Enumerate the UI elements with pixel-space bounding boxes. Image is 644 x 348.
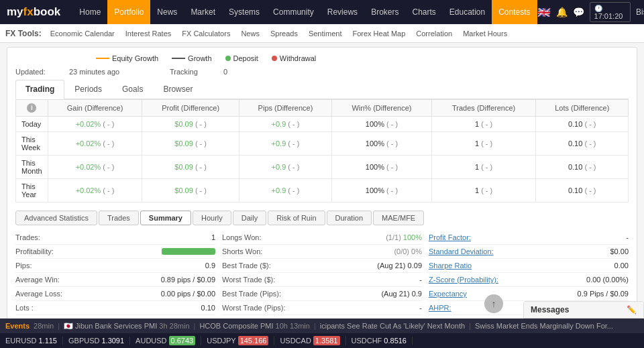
stat-label-worst-trade-pips: Worst Trade (Pips): <box>222 304 286 312</box>
ticker-item-usdchf[interactable]: USDCHF 0.8516 <box>346 337 413 345</box>
fx-link-sentiment[interactable]: Sentiment <box>304 30 347 38</box>
ticker-item-usdcad[interactable]: USDCAD 1.3581 <box>274 336 345 345</box>
stat-value-best-trade-pips: (Aug 21) 0.9 <box>381 290 422 298</box>
nav-item-education[interactable]: Education <box>443 0 492 24</box>
stat-label-std-deviation[interactable]: Standard Deviation: <box>429 247 494 255</box>
stat-row-worst-trade-pips: Worst Trade (Pips): - <box>222 301 422 315</box>
nav-item-home[interactable]: Home <box>72 0 107 24</box>
news-item-rate-cut: icipants See Rate Cut As 'Likely' Next M… <box>320 322 465 330</box>
fx-link-interest-rates[interactable]: Interest Rates <box>121 30 176 38</box>
table-row: This Week +0.02% ( - ) $0.09 ( - ) +0.9 … <box>16 132 629 156</box>
nav-item-community[interactable]: Community <box>266 0 321 24</box>
ticker-symbol-usdchf: USDCHF <box>352 337 382 345</box>
nav-item-brokers[interactable]: Brokers <box>364 0 405 24</box>
stat-value-pips: 0.9 <box>205 262 215 270</box>
tab-trading[interactable]: Trading <box>15 80 64 99</box>
stat-label-worst-trade-dollar: Worst Trade ($): <box>222 276 275 284</box>
ticker-bar: EURUSD 1.115 GBPUSD 1.3091 AUDUSD 0.6743… <box>0 333 644 348</box>
stat-value-expectancy: 0.9 Pips / $0.09 <box>578 290 629 298</box>
adv-tab-advanced-statistics[interactable]: Advanced Statistics <box>15 211 97 225</box>
stat-row-profit-factor: Profit Factor: - <box>429 231 629 245</box>
stat-value-zscore: 0.00 (0.00%) <box>586 276 629 284</box>
stat-value-avg-loss: 0.00 pips / $0.00 <box>161 290 215 298</box>
stat-row-avg-win: Average Win: 0.89 pips / $0.09 <box>15 273 215 287</box>
scroll-up-button[interactable]: ↑ <box>484 294 503 313</box>
logo[interactable]: myfxbook <box>7 5 60 19</box>
adv-tab-mae-mfe[interactable]: MAE/MFE <box>373 211 424 225</box>
main-card: Equity Growth Growth Deposit Withdrawal … <box>7 47 637 335</box>
stat-label-lots: Lots : <box>15 304 34 312</box>
tab-goals[interactable]: Goals <box>112 80 153 99</box>
stat-value-trades: 1 <box>211 233 215 241</box>
stat-value-profit-factor: - <box>626 233 629 241</box>
nav-item-reviews[interactable]: Reviews <box>321 0 364 24</box>
stat-row-std-deviation: Standard Deviation: $0.00 <box>429 245 629 259</box>
col-header-win: Win% (Difference) <box>332 100 432 117</box>
tab-periods[interactable]: Periods <box>64 80 112 99</box>
adv-tab-summary[interactable]: Summary <box>140 211 191 225</box>
tab-browser[interactable]: Browser <box>153 80 203 99</box>
stat-label-zscore[interactable]: Z-Score (Probability): <box>429 276 498 284</box>
table-row: This Year +0.02% ( - ) $0.09 ( - ) +0.9 … <box>16 179 629 202</box>
stat-label-expectancy[interactable]: Expectancy <box>429 290 467 298</box>
pencil-icon[interactable]: ✏️ <box>627 305 637 314</box>
stat-value-sharpe: 0.00 <box>614 262 629 270</box>
fx-link-fx-calculators[interactable]: FX Calculators <box>177 30 235 38</box>
news-item-hcob: HCOB Composite PMI 10h 13min <box>199 322 309 330</box>
nav-bell-icon[interactable]: 🔔 <box>556 7 568 17</box>
fx-link-market-hours[interactable]: Market Hours <box>458 30 512 38</box>
nav-item-market[interactable]: Market <box>184 0 222 24</box>
stat-value-shorts-won: (0/0) 0% <box>394 247 422 255</box>
nav-item-charts[interactable]: Charts <box>405 0 442 24</box>
stat-row-zscore: Z-Score (Probability): 0.00 (0.00%) <box>429 273 629 287</box>
updated-label: Updated: <box>15 68 69 76</box>
nav-chat-icon[interactable]: 💬 <box>573 7 584 17</box>
stat-label-shorts-won: Shorts Won: <box>222 247 262 255</box>
info-icon[interactable]: i <box>27 103 36 113</box>
events-label: Events <box>5 322 30 330</box>
stat-row-pips: Pips: 0.9 <box>15 259 215 273</box>
stat-label-profit-factor[interactable]: Profit Factor: <box>429 233 471 241</box>
trading-table: i Gain (Difference) Profit (Difference) … <box>15 99 629 202</box>
nav-item-systems[interactable]: Systems <box>222 0 266 24</box>
nav-item-contests[interactable]: Contests <box>492 0 537 24</box>
stat-label-best-trade-dollar: Best Trade ($): <box>222 262 271 270</box>
legend-equity-growth: Equity Growth <box>96 54 158 62</box>
fx-link-news[interactable]: News <box>236 30 264 38</box>
adv-tab-duration[interactable]: Duration <box>327 211 372 225</box>
adv-tab-hourly[interactable]: Hourly <box>193 211 231 225</box>
col-header-info: i <box>16 100 48 117</box>
progress-bar-fill <box>162 248 215 255</box>
ticker-item-audusd[interactable]: AUDUSD 0.6743 <box>130 336 201 345</box>
nav-time: 🕐 17:01:20 <box>590 2 631 22</box>
adv-tab-trades[interactable]: Trades <box>99 211 139 225</box>
fx-link-correlation[interactable]: Correlation <box>411 30 457 38</box>
adv-tab-risk-of-ruin[interactable]: Risk of Ruin <box>268 211 325 225</box>
messages-header[interactable]: Messages ✏️ <box>524 302 643 318</box>
col-header-gain: Gain (Difference) <box>48 100 142 117</box>
fx-link-forex-heat-map[interactable]: Forex Heat Map <box>347 30 410 38</box>
ticker-item-gbpusd[interactable]: GBPUSD 1.3091 <box>63 337 130 345</box>
stat-label-longs-won: Longs Won: <box>222 233 262 241</box>
nav-item-portfolio[interactable]: Portfolio <box>107 0 150 24</box>
tracking-value: 0 <box>223 68 257 76</box>
stat-label-ahpr[interactable]: AHPR: <box>429 304 451 312</box>
nav-item-news[interactable]: News <box>150 0 184 24</box>
fx-link-economic-calendar[interactable]: Economic Calendar <box>46 30 119 38</box>
top-nav: myfxbook Home Portfolio News Market Syst… <box>0 0 644 24</box>
ticker-symbol-audusd: AUDUSD <box>136 337 166 345</box>
news-item-jibun: 🇯🇵 Jibun Bank Services PMI 3h 28min <box>64 322 190 331</box>
stat-row-profitability: Profitability: <box>15 245 215 259</box>
fx-link-spreads[interactable]: Spreads <box>266 30 303 38</box>
progress-bar-bg <box>162 248 215 255</box>
legend-withdrawal: Withdrawal <box>272 54 316 62</box>
ticker-item-usdjpy[interactable]: USDJPY 145.166 <box>201 336 274 345</box>
stat-value-longs-won: (1/1) 100% <box>386 233 422 241</box>
nav-flag-icon: 🇬🇧 <box>537 6 551 19</box>
ticker-item-eurusd[interactable]: EURUSD 1.115 <box>0 337 63 345</box>
adv-tab-daily[interactable]: Daily <box>233 211 266 225</box>
stat-label-avg-win: Average Win: <box>15 276 60 284</box>
news-item-swiss: Swiss Market Ends Marginally Down For... <box>475 322 613 330</box>
stat-label-sharpe[interactable]: Sharpe Ratio <box>429 262 472 270</box>
col-header-trades: Trades (Difference) <box>431 100 536 117</box>
